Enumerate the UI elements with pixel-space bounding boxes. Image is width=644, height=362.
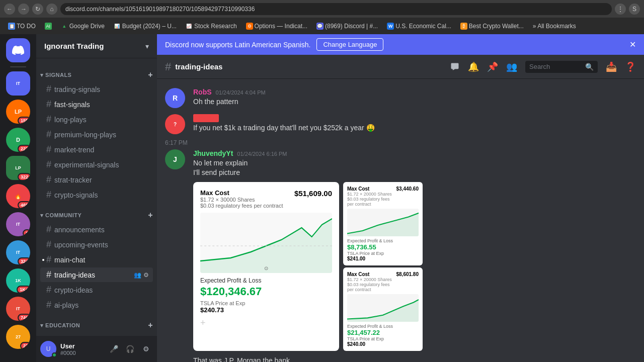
hash-icon-long-plays: # <box>46 114 51 125</box>
add-channel-education-icon[interactable]: + <box>148 321 153 330</box>
banner-close-button[interactable]: ✕ <box>629 40 636 49</box>
avatar-jhuvdy[interactable]: J <box>165 149 185 169</box>
status-dot <box>52 352 57 357</box>
reload-button[interactable]: ↻ <box>32 4 43 15</box>
channel-market-trend[interactable]: # market-trend <box>40 142 153 157</box>
pin-icon[interactable]: 📌 <box>487 61 498 72</box>
address-bar[interactable]: discord.com/channels/1051619019897180270… <box>60 3 612 15</box>
search-bar[interactable]: Search 🔍 <box>525 61 598 73</box>
change-language-button[interactable]: Change Language <box>316 38 383 51</box>
deafen-button[interactable]: 🎧 <box>123 342 137 356</box>
budget-favicon: 📊 <box>114 23 121 30</box>
channel-action-icons: 👥 ⚙ <box>134 272 149 279</box>
bookmark-options-label: Options — Indicat... <box>255 23 307 30</box>
channel-long-plays[interactable]: # long-plays <box>40 112 153 127</box>
max-cost-label: Max Cost <box>200 189 283 197</box>
user-settings-button[interactable]: ⚙ <box>139 342 153 356</box>
bookmark-options[interactable]: ⚙ Options — Indicat... <box>242 22 311 31</box>
server-icon-d[interactable]: D 227 <box>6 128 30 152</box>
hash-icon-crypto-ideas: # <box>46 285 51 295</box>
channel-ai-plays[interactable]: # ai-plays <box>40 298 153 312</box>
server-badge-blue: 324 <box>18 257 30 264</box>
server-icon-orange[interactable]: 27 27 <box>6 325 30 349</box>
message-text-anon: If you net $1k a trading day that'll net… <box>193 123 636 133</box>
channel-options-guide[interactable]: # options-guide <box>40 332 153 336</box>
channel-trading-ideas[interactable]: # trading-ideas 👥 ⚙ <box>40 267 153 282</box>
bookmark-ai[interactable]: AI <box>41 22 56 31</box>
channel-trading-signals[interactable]: # trading-signals <box>40 82 153 97</box>
threads-icon[interactable] <box>450 62 460 72</box>
mini-card-2[interactable]: Max Cost $1.72 × 20000 Shares $0.03 regu… <box>343 267 423 351</box>
server-icon-lp2[interactable]: LP 322 <box>6 156 30 180</box>
category-education[interactable]: ▾ EDUCATION + <box>36 313 157 332</box>
channel-strat-tracker[interactable]: # strat-tracker <box>40 172 153 187</box>
username-jhuvdy[interactable]: JhuvendyYt <box>193 149 233 157</box>
server-icon-it[interactable]: IT <box>6 71 30 96</box>
notification-bell-icon[interactable]: 🔔 <box>468 61 479 72</box>
channel-crypto-signals[interactable]: # crypto-signals <box>40 188 153 202</box>
bookmark-drive[interactable]: ▲ Google Drive <box>57 22 109 31</box>
bookmark-stock[interactable]: 📈 Stock Research <box>182 22 241 31</box>
mini-details-1: $1.72 × 20000 Shares <box>347 192 396 197</box>
user-info: User #0000 <box>60 342 103 356</box>
bookmark-todo[interactable]: 📋 TO DO <box>4 22 40 31</box>
manage-members-icon[interactable]: 👥 <box>134 272 141 279</box>
bookmark-discord[interactable]: 💬 (8969) Discord | #... <box>312 22 382 31</box>
server-icon-purple[interactable]: IT 2 <box>6 212 30 236</box>
profile-button[interactable]: S <box>629 4 640 15</box>
bookmark-economic[interactable]: W U.S. Economic Cal... <box>383 22 455 31</box>
channel-crypto-ideas[interactable]: # crypto-ideas <box>40 283 153 297</box>
server-header[interactable]: Ignorant Trading ▾ <box>36 34 157 58</box>
category-community[interactable]: ▾ COMMUNITY + <box>36 203 157 222</box>
channel-label-market: market-trend <box>54 146 149 154</box>
username-anon[interactable]: ?????? <box>193 114 219 122</box>
server-icon-lp1[interactable]: LP 155 <box>6 100 30 124</box>
members-icon[interactable]: 👥 <box>506 61 517 72</box>
channel-upcoming-events[interactable]: # upcoming-events <box>40 237 153 252</box>
back-button[interactable]: ← <box>4 4 15 15</box>
inbox-icon[interactable]: 📥 <box>606 61 617 72</box>
user-avatar[interactable]: U <box>40 341 56 357</box>
help-icon[interactable]: ❓ <box>625 61 636 72</box>
mini-card-1[interactable]: Max Cost $1.72 × 20000 Shares $0.03 regu… <box>343 182 423 265</box>
bookmark-budget[interactable]: 📊 Budget (2024) – U... <box>110 22 181 31</box>
hash-icon-market: # <box>46 144 51 155</box>
forward-button[interactable]: → <box>18 4 29 15</box>
messages-area[interactable]: R RobS 01/24/2024 4:04 PM Oh the pattern… <box>157 79 644 362</box>
avatar-robs[interactable]: R <box>165 88 185 108</box>
mini-pnl-value-2: $21,457.22 <box>347 329 419 336</box>
channel-label-premium: premium-long-plays <box>54 131 149 139</box>
expand-icon[interactable]: + <box>200 318 332 328</box>
slider-handle: ⊙ <box>264 265 268 271</box>
mini-chart-2 <box>347 294 419 322</box>
channel-experimental[interactable]: # experimental-signals <box>40 157 153 172</box>
user-panel: U User #0000 🎤 🎧 ⚙ <box>36 336 157 362</box>
mini-details-1b: $0.03 regulatory fees per contract <box>347 197 396 207</box>
server-icon-discord-home[interactable] <box>6 38 30 62</box>
bookmark-crypto[interactable]: ₿ Best Crypto Wallet... <box>456 22 528 31</box>
settings-icon[interactable]: ⚙ <box>143 272 149 279</box>
server-icon-blue[interactable]: IT 324 <box>6 240 30 264</box>
channel-premium-long-plays[interactable]: # premium-long-plays <box>40 127 153 142</box>
mini-tsla-label-1: TSLA Price at Exp <box>347 251 419 256</box>
server-icon-teal[interactable]: 1K 1K+ <box>6 268 30 293</box>
channel-fast-signals[interactable]: # fast-signals <box>40 97 153 112</box>
server-icon-red[interactable]: IT 746 <box>6 297 30 321</box>
tsla-value: $240.73 <box>200 306 332 314</box>
bookmark-all[interactable]: » All Bookmarks <box>529 22 580 31</box>
trading-card-left[interactable]: Max Cost $1.72 × 30000 Shares $0.03 regu… <box>193 182 339 351</box>
extensions-button[interactable]: ⋮ <box>615 4 626 15</box>
add-channel-signals-icon[interactable]: + <box>148 70 153 79</box>
username-robs[interactable]: RobS <box>193 88 212 96</box>
add-channel-community-icon[interactable]: + <box>148 211 153 220</box>
category-signals[interactable]: ▾ SIGNALS + <box>36 62 157 81</box>
avatar-anon[interactable]: ? <box>165 114 185 134</box>
server-icon-l[interactable]: 🔥 469 <box>6 184 30 208</box>
channel-main-chat[interactable]: # main-chat <box>40 252 153 267</box>
mute-button[interactable]: 🎤 <box>107 342 121 356</box>
channel-label-long-plays: long-plays <box>54 116 149 124</box>
home-button[interactable]: ⌂ <box>46 4 57 15</box>
user-controls: 🎤 🎧 ⚙ <box>107 342 153 356</box>
server-badge-purple: 2 <box>23 229 30 236</box>
channel-announcements[interactable]: # announcements <box>40 222 153 237</box>
